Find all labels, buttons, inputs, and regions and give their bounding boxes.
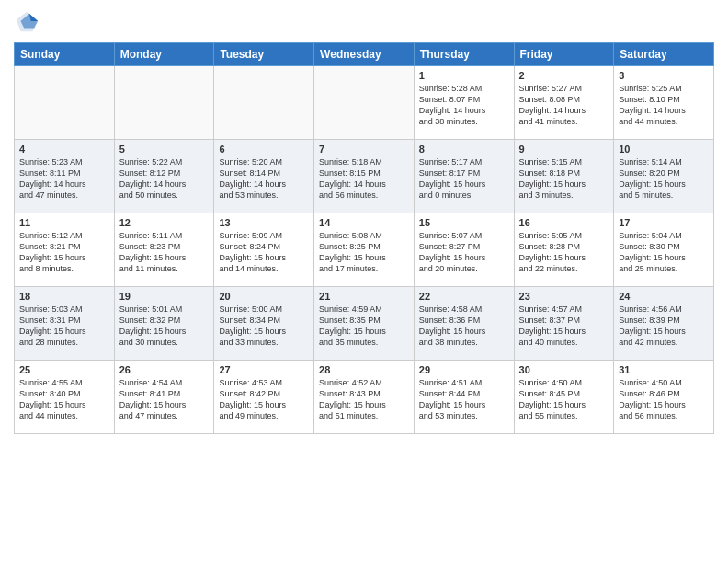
day-info: Sunrise: 4:50 AM Sunset: 8:46 PM Dayligh… <box>619 377 709 422</box>
day-info: Sunrise: 4:53 AM Sunset: 8:42 PM Dayligh… <box>219 377 309 422</box>
calendar-cell <box>214 66 314 140</box>
calendar-cell: 19Sunrise: 5:01 AM Sunset: 8:32 PM Dayli… <box>114 287 214 361</box>
calendar-cell: 5Sunrise: 5:22 AM Sunset: 8:12 PM Daylig… <box>114 140 214 213</box>
calendar-cell: 14Sunrise: 5:08 AM Sunset: 8:25 PM Dayli… <box>314 213 415 287</box>
weekday-header-wednesday: Wednesday <box>314 43 415 66</box>
calendar-cell: 1Sunrise: 5:28 AM Sunset: 8:07 PM Daylig… <box>414 66 514 140</box>
logo-icon <box>14 9 40 35</box>
calendar-cell <box>314 66 415 140</box>
day-number: 6 <box>219 144 309 155</box>
day-info: Sunrise: 5:04 AM Sunset: 8:30 PM Dayligh… <box>619 230 709 275</box>
day-info: Sunrise: 5:01 AM Sunset: 8:32 PM Dayligh… <box>119 304 210 349</box>
day-info: Sunrise: 5:22 AM Sunset: 8:12 PM Dayligh… <box>119 156 210 201</box>
day-info: Sunrise: 5:09 AM Sunset: 8:24 PM Dayligh… <box>219 230 309 275</box>
day-number: 21 <box>319 291 409 302</box>
calendar-cell: 12Sunrise: 5:11 AM Sunset: 8:23 PM Dayli… <box>114 213 214 287</box>
day-info: Sunrise: 4:57 AM Sunset: 8:37 PM Dayligh… <box>519 304 609 349</box>
calendar-cell: 26Sunrise: 4:54 AM Sunset: 8:41 PM Dayli… <box>114 361 214 434</box>
weekday-header-friday: Friday <box>514 43 614 66</box>
day-number: 23 <box>519 291 609 302</box>
calendar-cell: 25Sunrise: 4:55 AM Sunset: 8:40 PM Dayli… <box>15 361 115 434</box>
day-number: 14 <box>319 217 409 228</box>
day-info: Sunrise: 4:55 AM Sunset: 8:40 PM Dayligh… <box>19 377 109 422</box>
day-info: Sunrise: 5:07 AM Sunset: 8:27 PM Dayligh… <box>419 230 509 275</box>
calendar-table: SundayMondayTuesdayWednesdayThursdayFrid… <box>14 42 714 434</box>
day-info: Sunrise: 4:56 AM Sunset: 8:39 PM Dayligh… <box>619 304 709 349</box>
calendar-cell: 8Sunrise: 5:17 AM Sunset: 8:17 PM Daylig… <box>414 140 514 213</box>
day-info: Sunrise: 5:08 AM Sunset: 8:25 PM Dayligh… <box>319 230 409 275</box>
calendar-cell: 20Sunrise: 5:00 AM Sunset: 8:34 PM Dayli… <box>214 287 314 361</box>
day-number: 26 <box>119 364 210 375</box>
calendar-cell: 3Sunrise: 5:25 AM Sunset: 8:10 PM Daylig… <box>614 66 714 140</box>
day-number: 20 <box>219 291 309 302</box>
day-info: Sunrise: 5:00 AM Sunset: 8:34 PM Dayligh… <box>219 304 309 349</box>
day-info: Sunrise: 5:11 AM Sunset: 8:23 PM Dayligh… <box>119 230 210 275</box>
day-info: Sunrise: 5:14 AM Sunset: 8:20 PM Dayligh… <box>619 156 709 201</box>
day-number: 28 <box>319 364 409 375</box>
day-info: Sunrise: 4:59 AM Sunset: 8:35 PM Dayligh… <box>319 304 409 349</box>
header <box>14 9 714 35</box>
day-number: 27 <box>219 364 309 375</box>
day-number: 13 <box>219 217 309 228</box>
calendar-cell: 30Sunrise: 4:50 AM Sunset: 8:45 PM Dayli… <box>514 361 614 434</box>
calendar-cell: 2Sunrise: 5:27 AM Sunset: 8:08 PM Daylig… <box>514 66 614 140</box>
day-number: 30 <box>519 364 609 375</box>
day-number: 11 <box>19 217 109 228</box>
weekday-header-tuesday: Tuesday <box>214 43 314 66</box>
day-info: Sunrise: 4:58 AM Sunset: 8:36 PM Dayligh… <box>419 304 509 349</box>
day-number: 17 <box>619 217 709 228</box>
calendar-cell: 23Sunrise: 4:57 AM Sunset: 8:37 PM Dayli… <box>514 287 614 361</box>
day-number: 2 <box>519 70 609 81</box>
day-info: Sunrise: 4:51 AM Sunset: 8:44 PM Dayligh… <box>419 377 509 422</box>
day-info: Sunrise: 5:28 AM Sunset: 8:07 PM Dayligh… <box>419 83 509 128</box>
calendar-cell: 21Sunrise: 4:59 AM Sunset: 8:35 PM Dayli… <box>314 287 415 361</box>
calendar-cell: 27Sunrise: 4:53 AM Sunset: 8:42 PM Dayli… <box>214 361 314 434</box>
calendar-cell <box>15 66 115 140</box>
calendar-cell: 11Sunrise: 5:12 AM Sunset: 8:21 PM Dayli… <box>15 213 115 287</box>
day-number: 9 <box>519 144 609 155</box>
day-number: 8 <box>419 144 509 155</box>
day-info: Sunrise: 4:54 AM Sunset: 8:41 PM Dayligh… <box>119 377 210 422</box>
day-number: 1 <box>419 70 509 81</box>
day-number: 16 <box>519 217 609 228</box>
calendar-cell: 9Sunrise: 5:15 AM Sunset: 8:18 PM Daylig… <box>514 140 614 213</box>
calendar-cell: 10Sunrise: 5:14 AM Sunset: 8:20 PM Dayli… <box>614 140 714 213</box>
day-info: Sunrise: 5:05 AM Sunset: 8:28 PM Dayligh… <box>519 230 609 275</box>
day-info: Sunrise: 5:27 AM Sunset: 8:08 PM Dayligh… <box>519 83 609 128</box>
calendar-cell: 29Sunrise: 4:51 AM Sunset: 8:44 PM Dayli… <box>414 361 514 434</box>
calendar-cell: 28Sunrise: 4:52 AM Sunset: 8:43 PM Dayli… <box>314 361 415 434</box>
weekday-header-row: SundayMondayTuesdayWednesdayThursdayFrid… <box>15 43 714 66</box>
weekday-header-monday: Monday <box>114 43 214 66</box>
calendar-cell: 24Sunrise: 4:56 AM Sunset: 8:39 PM Dayli… <box>614 287 714 361</box>
day-info: Sunrise: 5:25 AM Sunset: 8:10 PM Dayligh… <box>619 83 709 128</box>
day-info: Sunrise: 4:52 AM Sunset: 8:43 PM Dayligh… <box>319 377 409 422</box>
day-info: Sunrise: 5:23 AM Sunset: 8:11 PM Dayligh… <box>19 156 109 201</box>
day-info: Sunrise: 5:17 AM Sunset: 8:17 PM Dayligh… <box>419 156 509 201</box>
day-number: 7 <box>319 144 409 155</box>
day-number: 29 <box>419 364 509 375</box>
logo <box>14 9 43 35</box>
calendar-cell: 17Sunrise: 5:04 AM Sunset: 8:30 PM Dayli… <box>614 213 714 287</box>
calendar-cell: 4Sunrise: 5:23 AM Sunset: 8:11 PM Daylig… <box>15 140 115 213</box>
calendar-cell: 31Sunrise: 4:50 AM Sunset: 8:46 PM Dayli… <box>614 361 714 434</box>
week-row-0: 1Sunrise: 5:28 AM Sunset: 8:07 PM Daylig… <box>15 66 714 140</box>
calendar-cell: 15Sunrise: 5:07 AM Sunset: 8:27 PM Dayli… <box>414 213 514 287</box>
calendar-cell: 13Sunrise: 5:09 AM Sunset: 8:24 PM Dayli… <box>214 213 314 287</box>
day-number: 10 <box>619 144 709 155</box>
day-number: 31 <box>619 364 709 375</box>
day-number: 25 <box>19 364 109 375</box>
day-number: 4 <box>19 144 109 155</box>
calendar-cell: 16Sunrise: 5:05 AM Sunset: 8:28 PM Dayli… <box>514 213 614 287</box>
day-number: 3 <box>619 70 709 81</box>
day-info: Sunrise: 4:50 AM Sunset: 8:45 PM Dayligh… <box>519 377 609 422</box>
day-info: Sunrise: 5:20 AM Sunset: 8:14 PM Dayligh… <box>219 156 309 201</box>
day-info: Sunrise: 5:18 AM Sunset: 8:15 PM Dayligh… <box>319 156 409 201</box>
day-info: Sunrise: 5:12 AM Sunset: 8:21 PM Dayligh… <box>19 230 109 275</box>
weekday-header-sunday: Sunday <box>15 43 115 66</box>
day-number: 5 <box>119 144 210 155</box>
week-row-2: 11Sunrise: 5:12 AM Sunset: 8:21 PM Dayli… <box>15 213 714 287</box>
weekday-header-thursday: Thursday <box>414 43 514 66</box>
week-row-4: 25Sunrise: 4:55 AM Sunset: 8:40 PM Dayli… <box>15 361 714 434</box>
calendar-cell: 7Sunrise: 5:18 AM Sunset: 8:15 PM Daylig… <box>314 140 415 213</box>
day-number: 12 <box>119 217 210 228</box>
